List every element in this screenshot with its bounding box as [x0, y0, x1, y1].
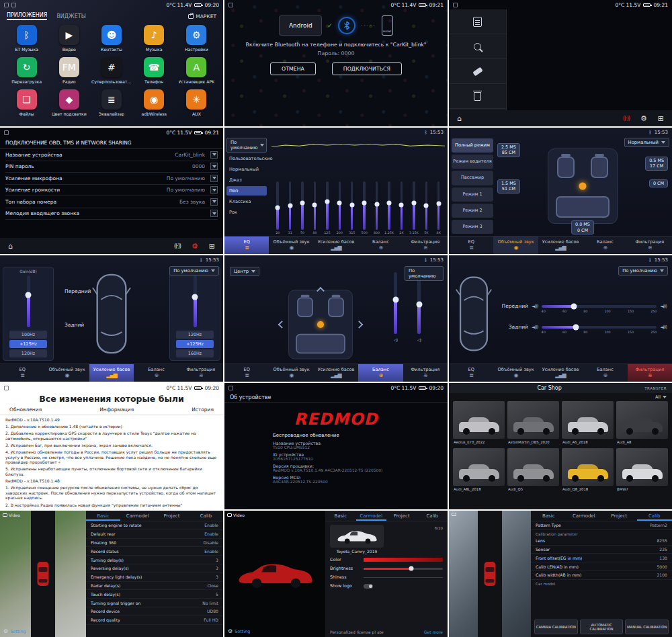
tab-balance[interactable]: Баланс⊕ [358, 364, 403, 382]
settings-row[interactable]: Record quality Full HD [86, 616, 223, 625]
dropdown-button[interactable] [210, 210, 218, 217]
eq-band[interactable]: 125 [321, 153, 333, 236]
freq-button[interactable]: +125Hz [9, 340, 47, 348]
tab-balance[interactable]: Баланс⊕ [583, 237, 627, 254]
brush-tool-button[interactable] [449, 59, 506, 84]
settings-tab[interactable]: Carmodel [120, 511, 155, 521]
settings-tab[interactable]: Carmodel [356, 511, 387, 521]
settings-row[interactable]: Reversing delay(s) 3 [86, 564, 223, 573]
eq-band[interactable]: 8K [432, 153, 444, 236]
balance-slider[interactable] [394, 272, 397, 334]
app-shortcut[interactable]: ᛒ БТ Музыка [5, 25, 48, 52]
mode-button[interactable]: Режим 3 [452, 220, 493, 234]
settings-row[interactable]: Record device UD80 [86, 607, 223, 616]
cancel-button[interactable]: ОТМЕНА [270, 62, 316, 75]
settings-tab[interactable]: Basic [86, 511, 120, 521]
eq-slider-track[interactable] [314, 181, 317, 230]
eq-slider-knob[interactable] [387, 200, 392, 205]
manual-calibration-button[interactable]: MANUAL CALIBRATION [625, 620, 669, 634]
app-shortcut[interactable]: ❏ Файлы [5, 89, 48, 116]
front-gain-slider[interactable] [27, 275, 30, 327]
freq-button[interactable]: 120Hz [176, 331, 214, 339]
settings-row[interactable]: Radar delay(s) Close [86, 582, 223, 591]
show-logo-row[interactable]: Show logo [330, 583, 443, 589]
settings-row[interactable]: Floating 360 Disable [86, 539, 223, 548]
dropdown-button[interactable] [210, 198, 218, 206]
slider-knob[interactable] [392, 297, 398, 303]
pattern-type-row[interactable]: Pattern Type Pattern2 [531, 521, 672, 530]
app-shortcut[interactable]: ✳ AUX [175, 89, 218, 116]
settings-row[interactable]: Название устройства CarKit_blink [5, 149, 218, 161]
tab-eq[interactable]: EQ≣ [224, 237, 269, 254]
tab-surround[interactable]: Объёмный звук◉ [269, 237, 313, 254]
get-more-link[interactable]: Get more [424, 630, 443, 634]
freq-button[interactable]: +125Hz [176, 340, 214, 348]
eq-band[interactable]: 2K [395, 153, 407, 236]
settings-row[interactable]: Record status Enable [86, 547, 223, 556]
brightness-row[interactable]: Brightness [330, 566, 443, 571]
front-filter-slider[interactable]: 406080100150250 [542, 305, 657, 308]
cabin-diagram[interactable] [548, 148, 618, 224]
calibration-row[interactable]: Front offset(EG in mm) 130 [531, 554, 672, 562]
eq-band[interactable]: 20 [271, 153, 284, 236]
settings-tab[interactable]: Basic [531, 511, 566, 521]
shiness-slider[interactable] [364, 577, 443, 578]
hotspot-icon[interactable]: ((·)) [623, 116, 630, 122]
settings-tab[interactable]: Project [601, 511, 637, 521]
home-button[interactable]: ⌂ [8, 242, 13, 251]
tab-surround[interactable]: Объёмный звук◉ [493, 364, 538, 382]
app-shortcut[interactable]: ◉ adbWireless [133, 89, 175, 116]
calibration-row[interactable]: Calib width(AB in mm) 2100 [531, 571, 672, 580]
eq-slider-knob[interactable] [362, 200, 367, 205]
settings-row[interactable]: Мелодия входящего звонка [5, 208, 218, 220]
setting-shortcut[interactable]: ⚙ Setting [228, 628, 250, 634]
eq-slider-knob[interactable] [399, 202, 404, 207]
settings-row[interactable]: Touch delay(s) 5 [86, 590, 223, 599]
balance-position-dot[interactable] [317, 321, 324, 328]
camera-calibration-button[interactable]: CAMERA CALIBRATION [534, 620, 578, 634]
settings-button[interactable]: ⚙ [640, 114, 647, 123]
eq-band[interactable]: 80 [308, 153, 321, 236]
eq-band[interactable]: 1.25K [383, 153, 395, 236]
car-item[interactable]: BMW7 [616, 448, 668, 493]
preset-item[interactable]: Поп [226, 186, 267, 196]
settings-row[interactable]: Default rear Enable [86, 530, 223, 539]
car-item[interactable]: Audi_Q5 [507, 448, 559, 493]
filter-dropdown[interactable]: All [449, 393, 672, 400]
eq-slider-knob[interactable] [424, 204, 429, 208]
calibration-row[interactable]: Calib LEN(AD in mm) 5000 [531, 562, 672, 571]
app-shortcut[interactable]: ♪ Музыка [133, 25, 175, 52]
connect-button[interactable]: ПОДКЛЮЧИТЬСЯ [332, 62, 402, 75]
settings-row[interactable]: Turning delay(s) 3 [86, 556, 223, 564]
mode-button[interactable]: Режим 1 [452, 187, 493, 202]
transfer-button[interactable]: TRANSFER [644, 386, 667, 390]
settings-row[interactable]: Усиление громкости По умолчанию [5, 185, 218, 197]
settings-row[interactable]: Starting engine to rotate Enable [86, 521, 223, 530]
front-gain-knob[interactable] [26, 292, 32, 298]
apps-grid-button[interactable]: ⊞ [209, 242, 215, 251]
cabin-diagram[interactable] [288, 290, 353, 359]
tab-eq[interactable]: EQ≣ [224, 364, 269, 382]
apps-grid-button[interactable]: ⊞ [658, 114, 664, 123]
show-logo-toggle[interactable] [364, 584, 373, 589]
eq-slider-track[interactable] [326, 181, 329, 230]
preset-item[interactable]: Классика [226, 197, 267, 206]
tab-surround[interactable]: Объёмный звук◉ [44, 364, 89, 382]
settings-tab[interactable]: Carmodel [566, 511, 602, 521]
center-button[interactable]: Центр [230, 267, 259, 276]
eq-slider-knob[interactable] [325, 200, 329, 204]
market-link[interactable]: МАРКЕТ [188, 13, 216, 19]
tab-information[interactable]: Информация [99, 407, 134, 413]
settings-row[interactable]: PIN пароль 0000 [5, 161, 218, 173]
rear-gain-slider[interactable] [194, 275, 197, 327]
app-shortcut[interactable]: FM Радио [48, 57, 90, 84]
preset-item[interactable]: Рок [226, 208, 267, 217]
mode-button[interactable]: Пассажир [452, 171, 493, 185]
car-item[interactable]: Audi_A8 [616, 401, 668, 445]
settings-row[interactable]: Emergency light delay(s) 3 [86, 573, 223, 582]
preset-item[interactable]: Нормальный [226, 165, 267, 174]
automatic-calibration-button[interactable]: AUTOMATIC CALIBRATION [580, 620, 624, 634]
hotspot-icon[interactable]: ((·)) [174, 243, 181, 249]
app-shortcut[interactable]: ↻ Перезагрузка [5, 57, 48, 84]
eq-slider-knob[interactable] [349, 202, 354, 207]
